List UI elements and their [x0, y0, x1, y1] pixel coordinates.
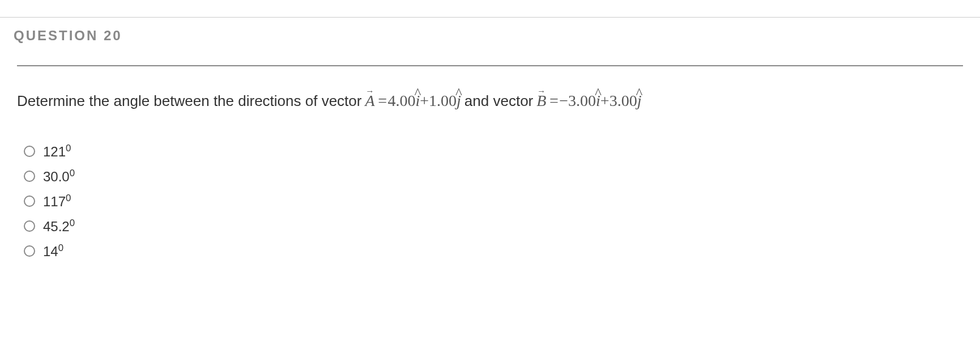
question-prefix: Determine the angle between the directio… — [17, 90, 361, 112]
i-hat-icon: i — [415, 89, 420, 113]
option-label: 45.20 — [43, 219, 75, 233]
answer-options: 1210 30.00 1170 45.20 140 — [17, 144, 963, 258]
option-label: 140 — [43, 244, 63, 258]
question-number: QUESTION 20 — [0, 18, 980, 54]
option-label: 1210 — [43, 144, 71, 159]
j-hat-icon: j — [637, 89, 642, 113]
option-label: 1170 — [43, 194, 71, 209]
vector-b-expression: B = − 3.00 i + 3.00 j — [536, 89, 641, 113]
radio-icon[interactable] — [24, 171, 35, 182]
option-4[interactable]: 45.20 — [24, 219, 963, 233]
option-2[interactable]: 30.00 — [24, 169, 963, 184]
option-3[interactable]: 1170 — [24, 194, 963, 209]
radio-icon[interactable] — [24, 245, 35, 257]
radio-icon[interactable] — [24, 220, 35, 232]
vector-a-expression: A = 4.00 i + 1.00 j — [365, 89, 461, 113]
option-1[interactable]: 1210 — [24, 144, 963, 159]
j-hat-icon: j — [457, 89, 461, 113]
vector-b-symbol: B — [536, 89, 546, 113]
vector-a-symbol: A — [365, 89, 374, 113]
i-hat-icon: i — [596, 89, 600, 113]
radio-icon[interactable] — [24, 146, 35, 157]
divider — [17, 65, 963, 66]
radio-icon[interactable] — [24, 196, 35, 207]
option-label: 30.00 — [43, 169, 75, 184]
question-text: Determine the angle between the directio… — [17, 89, 963, 113]
question-mid: and vector — [465, 90, 533, 112]
option-5[interactable]: 140 — [24, 244, 963, 258]
